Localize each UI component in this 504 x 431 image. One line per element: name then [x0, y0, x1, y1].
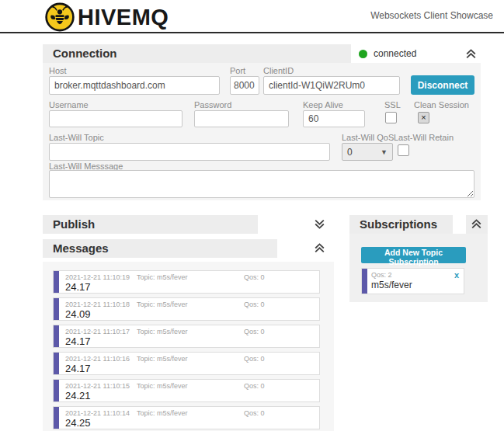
messages-collapse-chevron-up-icon[interactable] [313, 242, 326, 255]
clean-session-label: Clean Session [414, 100, 469, 109]
message-payload: 24.21 [65, 390, 91, 401]
message-card: 2021-12-21 11:10:16 Topic: m5s/fever Qos… [53, 352, 320, 375]
message-timestamp: 2021-12-21 11:10:17 [65, 328, 130, 335]
subscriptions-collapse-chevron-up-icon[interactable] [470, 217, 483, 231]
ssl-label: SSL [384, 100, 401, 109]
message-payload: 24.17 [65, 335, 91, 347]
message-timestamp: 2021-12-21 11:10:15 [65, 382, 130, 390]
port-label: Port [230, 66, 245, 75]
message-card: 2021-12-21 11:10:19 Topic: m5s/fever Qos… [53, 270, 320, 294]
message-payload: 24.25 [65, 417, 91, 429]
message-card: 2021-12-21 11:10:18 Topic: m5s/fever Qos… [53, 297, 320, 321]
lastwill-qos-value: 0 [347, 147, 353, 158]
lastwill-message-textarea[interactable] [49, 170, 474, 198]
lastwill-topic-input[interactable] [49, 143, 330, 161]
message-topic: Topic: m5s/fever [137, 409, 188, 417]
connection-title: Connection [53, 47, 117, 60]
publish-expand-chevron-down-icon[interactable] [313, 217, 326, 231]
message-timestamp: 2021-12-21 11:10:14 [65, 409, 130, 417]
lastwill-topic-label: Last-Will Topic [49, 133, 104, 142]
message-topic: Topic: m5s/fever [137, 355, 188, 363]
connection-status-badge: connected [351, 44, 481, 63]
subscription-qos: Qos: 2 [371, 271, 392, 279]
message-accent-bar [54, 407, 59, 429]
messages-list: 2021-12-21 11:10:19 Topic: m5s/fever Qos… [43, 262, 334, 431]
app-subtitle: Websockets Client Showcase [370, 10, 493, 21]
message-card: 2021-12-21 11:10:17 Topic: m5s/fever Qos… [53, 325, 320, 348]
top-bar: HIVEMQ Websockets Client Showcase [0, 0, 504, 33]
message-card: 2021-12-21 11:10:14 Topic: m5s/fever Qos… [53, 406, 320, 429]
message-accent-bar [54, 353, 59, 374]
publish-title: Publish [53, 217, 95, 231]
lastwill-retain-label: Last-Will Retain [394, 133, 454, 142]
port-input[interactable] [230, 76, 259, 95]
subscription-close-icon[interactable]: x [454, 270, 459, 280]
subscriptions-body: Add New Topic Subscription Qos: 2 x m5s/… [349, 234, 488, 302]
clientid-label: ClientID [263, 66, 294, 75]
brand-wordmark: HIVEMQ [78, 5, 169, 30]
message-qos: Qos: 0 [244, 273, 265, 281]
connection-panel: Connection connected Host Port ClientID … [43, 44, 481, 200]
select-caret-icon: ▼ [381, 148, 388, 156]
message-topic: Topic: m5s/fever [137, 382, 188, 390]
clean-session-checkbox[interactable]: × [418, 112, 429, 123]
hivemq-websocket-client: HIVEMQ Websockets Client Showcase Connec… [0, 0, 504, 431]
username-input[interactable] [49, 110, 182, 127]
message-payload: 24.17 [65, 281, 91, 293]
host-label: Host [49, 66, 67, 75]
ssl-checkbox[interactable] [385, 112, 397, 123]
keepalive-input[interactable] [303, 110, 365, 127]
message-qos: Qos: 0 [244, 355, 265, 363]
subscription-accent-bar [362, 269, 367, 294]
message-qos: Qos: 0 [244, 328, 265, 335]
password-label: Password [194, 100, 231, 109]
message-topic: Topic: m5s/fever [137, 328, 188, 335]
host-input[interactable] [49, 76, 220, 95]
message-accent-bar [54, 325, 59, 347]
subscriptions-chevron-box [466, 215, 488, 234]
message-timestamp: 2021-12-21 11:10:18 [65, 301, 130, 308]
lastwill-retain-checkbox[interactable] [398, 144, 409, 156]
keepalive-label: Keep Alive [303, 100, 343, 109]
add-subscription-button[interactable]: Add New Topic Subscription [361, 247, 466, 263]
message-qos: Qos: 0 [244, 409, 265, 417]
password-input[interactable] [194, 110, 289, 127]
subscription-item: Qos: 2 x m5s/fever [361, 268, 464, 294]
message-payload: 24.09 [65, 308, 91, 320]
message-topic: Topic: m5s/fever [137, 301, 188, 308]
publish-section: Publish [43, 215, 330, 234]
hivemq-bee-logo-icon [45, 2, 75, 32]
username-label: Username [49, 100, 89, 109]
subscriptions-panel: Subscriptions Add New Topic Subscription… [349, 215, 488, 302]
message-timestamp: 2021-12-21 11:10:16 [65, 355, 130, 363]
message-card: 2021-12-21 11:10:15 Topic: m5s/fever Qos… [53, 379, 320, 402]
connected-dot-icon [359, 50, 367, 58]
subscriptions-title: Subscriptions [360, 217, 437, 231]
connection-collapse-chevron-up-icon[interactable] [464, 47, 478, 61]
message-accent-bar [54, 380, 59, 401]
message-timestamp: 2021-12-21 11:10:19 [65, 273, 130, 281]
clientid-input[interactable] [263, 76, 400, 95]
message-qos: Qos: 0 [244, 382, 265, 390]
messages-section-header: Messages [43, 239, 330, 258]
message-payload: 24.17 [65, 363, 91, 374]
lastwill-qos-select[interactable]: 0 ▼ [342, 143, 393, 161]
message-topic: Topic: m5s/fever [137, 273, 188, 281]
connection-status-text: connected [374, 48, 416, 59]
message-qos: Qos: 0 [244, 301, 265, 308]
disconnect-button[interactable]: Disconnect [411, 75, 474, 95]
message-accent-bar [54, 298, 59, 320]
lastwill-qos-label: Last-Will QoS [342, 133, 394, 142]
messages-title: Messages [53, 242, 109, 255]
subscription-topic: m5s/fever [371, 280, 412, 290]
message-accent-bar [54, 271, 59, 293]
